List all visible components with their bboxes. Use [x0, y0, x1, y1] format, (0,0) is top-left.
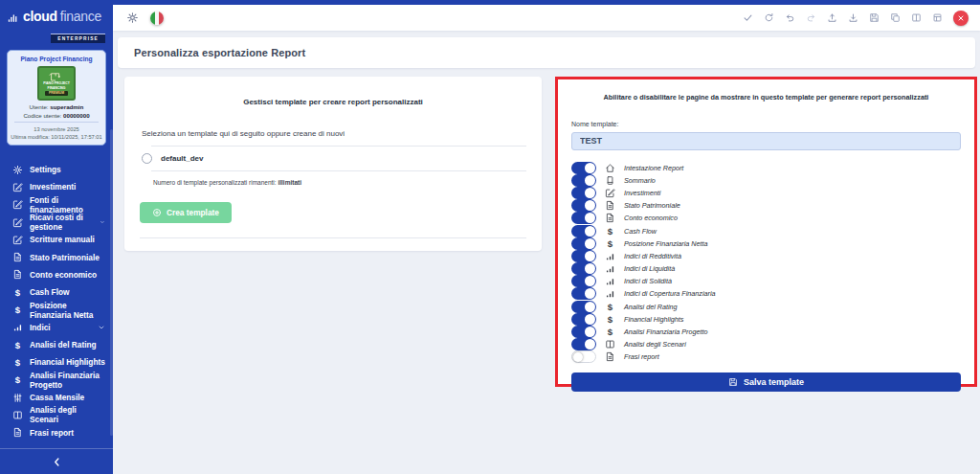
toggle-row: Indici di Copertura Finanziaria	[571, 287, 961, 300]
plus-circle-icon	[152, 208, 162, 217]
app-logo: cloudfinance	[0, 0, 113, 26]
page-title: Personalizza esportazione Report	[134, 47, 959, 58]
sidebar-item-cassa-mensile[interactable]: Cassa Mensile	[12, 389, 113, 406]
sidebar-item-frasi-report[interactable]: Frasi report	[12, 423, 113, 440]
close-button[interactable]	[953, 11, 969, 26]
copy-icon[interactable]	[890, 12, 901, 23]
redo-icon[interactable]	[806, 12, 816, 23]
toggle-switch[interactable]	[571, 275, 596, 287]
toggle-row: Sommario	[571, 174, 961, 187]
home-icon	[605, 163, 615, 173]
toggle-switch[interactable]	[571, 237, 596, 250]
document-icon	[12, 427, 23, 438]
sidebar-item-indici[interactable]: Indici	[12, 319, 113, 336]
toggle-switch[interactable]	[571, 287, 596, 300]
refresh-icon[interactable]	[764, 12, 774, 23]
sidebar-item-analisi-finanziaria-progetto[interactable]: Analisi Finanziaria Progetto	[12, 372, 113, 389]
thumbnail-line2: FINANCING	[48, 86, 66, 90]
template-name-input[interactable]	[571, 132, 961, 150]
upload-icon[interactable]	[827, 12, 837, 23]
main-area: Personalizza esportazione Report Gestisc…	[113, 0, 980, 474]
sidebar-item-scritture-manuali[interactable]: Scritture manuali	[12, 231, 113, 248]
toggle-switch[interactable]	[571, 187, 596, 199]
code-value: 00000000	[63, 112, 90, 119]
toggle-row: Indici di Solidità	[571, 275, 961, 287]
toggle-switch[interactable]	[571, 350, 596, 363]
modified-text: Ultima modifica: 10/11/2025, 17:57:01	[11, 133, 102, 141]
toggle-switch[interactable]	[571, 301, 596, 313]
columns-icon	[605, 339, 615, 350]
sidebar-item-fonti-di-finanziamento[interactable]: Fonti di finanziamento	[12, 196, 113, 214]
page-toggle-list: Intestazione Report Sommario Investiment…	[571, 162, 961, 364]
sidebar: cloudfinance ENTERPRISE Piano Project Fi…	[0, 0, 113, 474]
toggle-switch[interactable]	[571, 212, 596, 224]
divider	[140, 237, 526, 238]
sidebar-collapse-button[interactable]	[0, 448, 113, 474]
dollar-icon	[12, 374, 23, 385]
sidebar-item-investimenti[interactable]: Investimenti	[12, 178, 113, 195]
bar-chart-icon	[12, 322, 23, 332]
dollar-icon	[605, 327, 615, 337]
toggle-switch[interactable]	[571, 162, 596, 174]
sidebar-item-ricavi-costi-di-gestione[interactable]: Ricavi costi di gestione	[12, 214, 113, 231]
sidebar-item-conto-economico[interactable]: Conto economico	[12, 266, 113, 283]
toggle-label: Analisi degli Scenari	[624, 340, 686, 349]
undo-icon[interactable]	[785, 12, 795, 23]
toggle-switch[interactable]	[571, 174, 596, 187]
toggle-switch[interactable]	[571, 199, 596, 212]
brand-badge-row: ENTERPRISE	[0, 26, 113, 44]
toggle-switch[interactable]	[571, 262, 596, 275]
template-radio[interactable]	[142, 153, 152, 164]
sidebar-item-financial-highlights[interactable]: Financial Highlights	[12, 353, 113, 371]
template-name-label: Nome template:	[571, 121, 961, 127]
edit-icon	[12, 235, 23, 245]
save-template-button[interactable]: Salva template	[571, 372, 961, 392]
edit-icon	[605, 188, 615, 198]
toggle-row: Cash Flow	[571, 224, 961, 237]
columns-icon[interactable]	[911, 12, 922, 23]
gear-icon[interactable]	[126, 11, 139, 24]
toggle-label: Indici di Liquidità	[624, 264, 675, 273]
brand-name-light: finance	[60, 9, 101, 24]
italy-flag-icon[interactable]	[150, 11, 164, 25]
save-icon[interactable]	[869, 12, 880, 23]
project-thumbnail: PIANO PROJECT FINANCING PREMIUM	[37, 66, 76, 101]
toggle-row: Indici di Redditività	[571, 250, 961, 262]
sidebar-item-stato-patrimoniale[interactable]: Stato Patrimoniale	[12, 249, 113, 266]
sidebar-item-cash-flow[interactable]: Cash Flow	[12, 283, 113, 301]
sidebar-item-label: Investimenti	[30, 182, 76, 192]
toggle-switch[interactable]	[571, 326, 596, 338]
document-icon	[605, 200, 615, 211]
grid-save-icon[interactable]	[932, 12, 943, 23]
check-icon[interactable]	[743, 12, 753, 23]
gear-icon	[12, 165, 23, 175]
save-icon	[728, 377, 738, 387]
sidebar-item-label: Indici	[30, 323, 51, 332]
document-icon	[605, 351, 615, 362]
create-template-button[interactable]: Crea template	[140, 202, 232, 223]
sidebar-item-settings[interactable]: Settings	[12, 161, 113, 178]
toggle-label: Investimenti	[624, 189, 660, 197]
sidebar-item-label: Scritture manuali	[30, 235, 95, 244]
dollar-icon	[605, 226, 615, 237]
sidebar-menu: Settings Investimenti Fonti di finanziam…	[0, 146, 113, 441]
sidebar-item-label: Stato Patrimoniale	[30, 253, 100, 262]
dollar-icon	[12, 305, 23, 315]
chevron-down-icon	[100, 218, 105, 226]
download-icon[interactable]	[848, 12, 858, 23]
sidebar-item-analisi-degli-scenari[interactable]: Analisi degli Scenari	[12, 406, 113, 423]
toggle-label: Analisi del Rating	[624, 303, 678, 311]
crane-icon	[48, 71, 65, 81]
toggle-label: Indici di Redditività	[624, 252, 681, 260]
sidebar-item-posizione-finanziaria-netta[interactable]: Posizione Finanziaria Netta	[12, 301, 113, 318]
user-row: Utente: superadmin	[11, 103, 102, 110]
toggle-switch[interactable]	[571, 250, 596, 262]
toggle-switch[interactable]	[571, 225, 596, 237]
sidebar-item-label: Analisi del Rating	[30, 340, 97, 350]
toggle-switch[interactable]	[571, 338, 596, 350]
sidebar-item-analisi-del-rating[interactable]: Analisi del Rating	[12, 336, 113, 353]
toggle-switch[interactable]	[571, 313, 596, 326]
project-title: Piano Project Financing	[11, 56, 102, 62]
template-option-row[interactable]: default_dev	[140, 147, 526, 170]
panel-subtitle: Seleziona un template qui di seguito opp…	[142, 129, 526, 138]
